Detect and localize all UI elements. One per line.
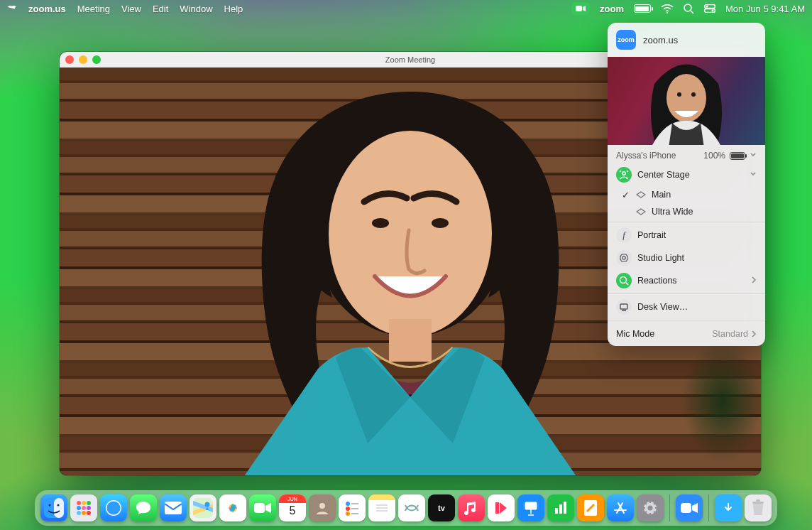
svg-point-61 <box>648 506 653 511</box>
svg-point-44 <box>319 503 325 509</box>
zoom-app-icon: zoom <box>616 30 636 50</box>
center-stage-row[interactable]: Center Stage <box>608 163 765 186</box>
menubar-clock[interactable]: Mon Jun 5 9:41 AM <box>725 4 805 14</box>
studio-light-row[interactable]: Studio Light <box>608 247 765 269</box>
portrait-row[interactable]: f Portrait <box>608 224 765 247</box>
dock-safari[interactable] <box>100 494 127 521</box>
dock-mail[interactable] <box>160 494 187 521</box>
svg-point-26 <box>82 501 86 505</box>
apple-menu-icon[interactable] <box>7 3 17 14</box>
lens-main-label: Main <box>652 190 671 200</box>
svg-rect-22 <box>54 498 64 518</box>
svg-point-18 <box>622 256 625 259</box>
dock-pages[interactable] <box>577 494 604 521</box>
svg-rect-48 <box>351 508 358 509</box>
svg-point-5 <box>706 6 708 8</box>
checkmark-icon: ✓ <box>620 190 630 200</box>
dock-downloads[interactable] <box>715 494 742 521</box>
dock-appstore[interactable] <box>607 494 634 521</box>
svg-point-9 <box>432 218 449 228</box>
svg-point-38 <box>205 502 210 507</box>
svg-point-27 <box>87 501 91 505</box>
svg-rect-56 <box>555 508 558 514</box>
dock-numbers[interactable] <box>547 494 574 521</box>
svg-point-31 <box>77 511 81 515</box>
dock-reminders[interactable] <box>339 494 366 521</box>
device-header: Alyssa's iPhone 100% <box>608 145 765 163</box>
svg-rect-58 <box>564 502 566 514</box>
dock-photos[interactable] <box>219 494 246 521</box>
svg-rect-10 <box>389 319 432 362</box>
chevron-right-icon <box>751 330 757 337</box>
svg-point-33 <box>87 511 91 515</box>
dock-contacts[interactable] <box>309 494 336 521</box>
svg-point-30 <box>87 506 91 510</box>
mic-mode-row[interactable]: Mic Mode Standard <box>608 322 765 346</box>
dock-freeform[interactable] <box>398 494 425 521</box>
dock-facetime[interactable] <box>249 494 276 521</box>
lens-ultrawide-row[interactable]: Ultra Wide <box>608 203 765 220</box>
spotlight-icon[interactable] <box>684 4 694 14</box>
dock-keynote[interactable] <box>517 494 544 521</box>
dock-separator <box>708 494 709 521</box>
desk-view-row[interactable]: Desk View… <box>608 296 765 318</box>
svg-line-66 <box>644 502 647 504</box>
calendar-month: JUN <box>279 494 306 503</box>
camera-status-icon[interactable] <box>571 2 590 15</box>
dock-news[interactable] <box>488 494 515 521</box>
dock-system-settings[interactable] <box>637 494 664 521</box>
svg-rect-54 <box>525 502 537 509</box>
menu-edit[interactable]: Edit <box>153 4 168 14</box>
dock-maps[interactable] <box>190 494 216 521</box>
reactions-row[interactable]: Reactions <box>608 269 765 292</box>
svg-rect-36 <box>165 502 182 514</box>
lens-main-row[interactable]: ✓ Main <box>608 186 765 203</box>
control-center-icon[interactable] <box>704 4 715 13</box>
menu-view[interactable]: View <box>121 4 141 14</box>
dock-music[interactable] <box>458 494 485 521</box>
device-chevron-icon[interactable] <box>750 151 757 161</box>
svg-rect-70 <box>681 503 691 513</box>
menubar: zoom.us Meeting View Edit Window Help zo… <box>0 0 812 17</box>
studio-light-icon <box>616 250 632 266</box>
main-participant-video <box>155 67 666 475</box>
device-battery-icon <box>730 152 745 160</box>
dock-zoom[interactable] <box>676 494 703 521</box>
close-button[interactable] <box>65 55 74 64</box>
dock-calendar[interactable]: JUN 5 <box>279 494 306 521</box>
window-traffic-lights[interactable] <box>65 55 101 64</box>
fullscreen-button[interactable] <box>92 55 101 64</box>
svg-rect-43 <box>254 503 265 513</box>
dock-trash[interactable] <box>745 494 772 521</box>
dock-notes[interactable] <box>368 494 395 521</box>
device-name: Alyssa's iPhone <box>616 151 676 161</box>
svg-point-15 <box>677 92 681 97</box>
menu-meeting[interactable]: Meeting <box>77 4 110 14</box>
svg-point-19 <box>620 277 627 283</box>
svg-point-7 <box>329 131 492 337</box>
dock-messages[interactable] <box>130 494 157 521</box>
menu-window[interactable]: Window <box>180 4 212 14</box>
svg-line-68 <box>644 512 647 514</box>
wifi-icon[interactable] <box>661 4 674 13</box>
dock-finder[interactable] <box>40 494 67 521</box>
svg-rect-46 <box>351 503 358 504</box>
chevron-down-icon <box>750 170 757 180</box>
svg-rect-72 <box>752 502 764 504</box>
dock-launchpad[interactable] <box>70 494 97 521</box>
portrait-label: Portrait <box>637 230 757 240</box>
dock-tv[interactable]: tv <box>428 494 455 521</box>
center-stage-label: Center Stage <box>637 170 744 180</box>
menubar-battery-icon[interactable] <box>634 4 651 13</box>
svg-line-69 <box>654 502 656 504</box>
mic-mode-label: Mic Mode <box>616 329 654 339</box>
app-menu[interactable]: zoom.us <box>28 4 66 14</box>
camera-preview <box>608 57 765 145</box>
menu-help[interactable]: Help <box>224 4 243 14</box>
svg-point-45 <box>346 502 350 506</box>
reactions-label: Reactions <box>637 276 745 286</box>
minimize-button[interactable] <box>79 55 87 64</box>
svg-point-16 <box>691 92 696 97</box>
dock-separator <box>669 494 670 521</box>
svg-line-67 <box>654 512 656 514</box>
